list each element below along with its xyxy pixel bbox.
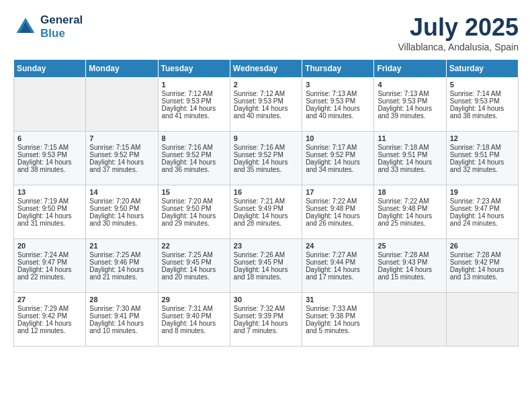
sunset-text: Sunset: 9:49 PM: [234, 205, 298, 212]
daylight-text: Daylight: 14 hours and 38 minutes.: [450, 105, 515, 120]
calendar-cell: 17Sunrise: 7:22 AMSunset: 9:48 PMDayligh…: [302, 185, 374, 239]
logo-icon: [13, 15, 38, 39]
sunrise-text: Sunrise: 7:31 AM: [162, 305, 226, 312]
calendar-cell: [374, 293, 446, 347]
calendar-cell: 30Sunrise: 7:32 AMSunset: 9:39 PMDayligh…: [230, 293, 302, 347]
daylight-text: Daylight: 14 hours and 26 minutes.: [306, 212, 370, 227]
sunset-text: Sunset: 9:47 PM: [450, 205, 515, 212]
calendar-cell: [86, 78, 158, 132]
sunset-text: Sunset: 9:48 PM: [378, 205, 442, 212]
sunset-text: Sunset: 9:50 PM: [89, 205, 154, 212]
daylight-text: Daylight: 14 hours and 31 minutes.: [17, 212, 82, 227]
daylight-text: Daylight: 14 hours and 24 minutes.: [450, 212, 515, 227]
calendar-cell: [14, 78, 86, 132]
sunset-text: Sunset: 9:51 PM: [378, 151, 442, 158]
day-number: 26: [450, 242, 515, 250]
sunset-text: Sunset: 9:50 PM: [17, 205, 82, 212]
day-number: 18: [378, 188, 442, 196]
day-number: 16: [234, 188, 298, 196]
sunset-text: Sunset: 9:52 PM: [162, 151, 226, 158]
calendar-week-1: 1Sunrise: 7:12 AMSunset: 9:53 PMDaylight…: [14, 78, 519, 132]
month-title: July 2025: [398, 13, 519, 42]
sunset-text: Sunset: 9:45 PM: [234, 259, 298, 266]
daylight-text: Daylight: 14 hours and 10 minutes.: [89, 320, 154, 334]
sunset-text: Sunset: 9:52 PM: [89, 151, 154, 158]
sunset-text: Sunset: 9:42 PM: [17, 312, 82, 320]
sunrise-text: Sunrise: 7:29 AM: [17, 305, 82, 312]
calendar-cell: 8Sunrise: 7:16 AMSunset: 9:52 PMDaylight…: [158, 132, 230, 185]
day-number: 17: [306, 188, 370, 196]
calendar-cell: 3Sunrise: 7:13 AMSunset: 9:53 PMDaylight…: [302, 78, 374, 132]
daylight-text: Daylight: 14 hours and 7 minutes.: [234, 320, 298, 334]
day-number: 30: [234, 295, 298, 304]
calendar-cell: 26Sunrise: 7:28 AMSunset: 9:42 PMDayligh…: [446, 239, 518, 293]
sunrise-text: Sunrise: 7:21 AM: [234, 197, 298, 205]
calendar-week-3: 13Sunrise: 7:19 AMSunset: 9:50 PMDayligh…: [14, 185, 519, 239]
day-number: 7: [89, 134, 154, 142]
sunset-text: Sunset: 9:41 PM: [89, 312, 154, 320]
sunset-text: Sunset: 9:45 PM: [162, 259, 226, 266]
sunset-text: Sunset: 9:52 PM: [234, 151, 298, 158]
sunset-text: Sunset: 9:52 PM: [306, 151, 370, 158]
calendar-cell: 1Sunrise: 7:12 AMSunset: 9:53 PMDaylight…: [158, 78, 230, 132]
sunrise-text: Sunrise: 7:16 AM: [234, 144, 298, 151]
day-number: 29: [162, 295, 226, 304]
calendar-cell: 10Sunrise: 7:17 AMSunset: 9:52 PMDayligh…: [302, 132, 374, 185]
daylight-text: Daylight: 14 hours and 35 minutes.: [234, 158, 298, 173]
sunrise-text: Sunrise: 7:20 AM: [89, 197, 154, 205]
sunset-text: Sunset: 9:39 PM: [234, 312, 298, 320]
sunrise-text: Sunrise: 7:28 AM: [450, 251, 515, 259]
daylight-text: Daylight: 14 hours and 20 minutes.: [162, 266, 226, 281]
calendar-cell: 4Sunrise: 7:13 AMSunset: 9:53 PMDaylight…: [374, 78, 446, 132]
daylight-text: Daylight: 14 hours and 38 minutes.: [17, 158, 82, 173]
day-header-sunday: Sunday: [14, 60, 86, 78]
sunset-text: Sunset: 9:40 PM: [162, 312, 226, 320]
day-number: 28: [89, 295, 154, 304]
day-number: 11: [378, 134, 442, 142]
logo: General Blue: [13, 13, 83, 40]
day-number: 14: [89, 188, 154, 196]
daylight-text: Daylight: 14 hours and 28 minutes.: [234, 212, 298, 227]
day-header-saturday: Saturday: [446, 60, 518, 78]
day-number: 27: [17, 295, 82, 304]
day-number: 22: [162, 242, 226, 250]
daylight-text: Daylight: 14 hours and 15 minutes.: [378, 266, 442, 281]
calendar-cell: 23Sunrise: 7:26 AMSunset: 9:45 PMDayligh…: [230, 239, 302, 293]
sunrise-text: Sunrise: 7:15 AM: [89, 144, 154, 151]
sunrise-text: Sunrise: 7:32 AM: [234, 305, 298, 312]
day-number: 5: [450, 81, 515, 89]
sunrise-text: Sunrise: 7:12 AM: [162, 90, 226, 97]
day-number: 9: [234, 134, 298, 142]
calendar-cell: 21Sunrise: 7:25 AMSunset: 9:46 PMDayligh…: [86, 239, 158, 293]
sunrise-text: Sunrise: 7:30 AM: [89, 305, 154, 312]
sunset-text: Sunset: 9:53 PM: [234, 97, 298, 105]
day-number: 8: [162, 134, 226, 142]
day-number: 3: [306, 81, 370, 89]
calendar-cell: 19Sunrise: 7:23 AMSunset: 9:47 PMDayligh…: [446, 185, 518, 239]
calendar-header-row: SundayMondayTuesdayWednesdayThursdayFrid…: [14, 60, 519, 78]
calendar-cell: 2Sunrise: 7:12 AMSunset: 9:53 PMDaylight…: [230, 78, 302, 132]
daylight-text: Daylight: 14 hours and 41 minutes.: [162, 105, 226, 120]
calendar-cell: 14Sunrise: 7:20 AMSunset: 9:50 PMDayligh…: [86, 185, 158, 239]
sunset-text: Sunset: 9:53 PM: [162, 97, 226, 105]
sunset-text: Sunset: 9:53 PM: [306, 97, 370, 105]
calendar-cell: 16Sunrise: 7:21 AMSunset: 9:49 PMDayligh…: [230, 185, 302, 239]
sunset-text: Sunset: 9:43 PM: [378, 259, 442, 266]
day-header-friday: Friday: [374, 60, 446, 78]
calendar-cell: 13Sunrise: 7:19 AMSunset: 9:50 PMDayligh…: [14, 185, 86, 239]
daylight-text: Daylight: 14 hours and 32 minutes.: [450, 158, 515, 173]
day-header-thursday: Thursday: [302, 60, 374, 78]
title-block: July 2025 Villablanca, Andalusia, Spain: [398, 13, 519, 52]
day-number: 20: [17, 242, 82, 250]
sunrise-text: Sunrise: 7:27 AM: [306, 251, 370, 259]
sunrise-text: Sunrise: 7:20 AM: [162, 197, 226, 205]
calendar-cell: 5Sunrise: 7:14 AMSunset: 9:53 PMDaylight…: [446, 78, 518, 132]
day-number: 10: [306, 134, 370, 142]
sunrise-text: Sunrise: 7:25 AM: [89, 251, 154, 259]
sunset-text: Sunset: 9:50 PM: [162, 205, 226, 212]
sunrise-text: Sunrise: 7:18 AM: [450, 144, 515, 151]
day-number: 24: [306, 242, 370, 250]
day-number: 23: [234, 242, 298, 250]
sunrise-text: Sunrise: 7:25 AM: [162, 251, 226, 259]
calendar-cell: [446, 293, 518, 347]
